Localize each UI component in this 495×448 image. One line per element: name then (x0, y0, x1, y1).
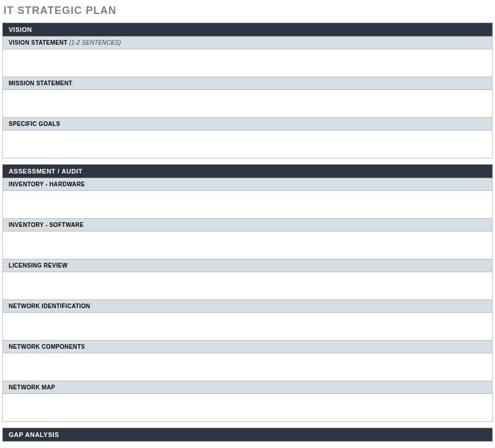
licensing-review-content[interactable] (2, 272, 493, 300)
spacer (2, 158, 493, 164)
section-header-assessment: ASSESSMENT / AUDIT (2, 164, 493, 178)
inventory-software-content[interactable] (2, 232, 493, 259)
inventory-software-label: INVENTORY - SOFTWARE (9, 222, 84, 228)
page-title: IT STRATEGIC PLAN (2, 2, 493, 23)
network-map-label: NETWORK MAP (9, 384, 55, 391)
network-components-content[interactable] (2, 353, 493, 381)
specific-goals-content[interactable] (2, 131, 493, 158)
subsection-vision-statement: VISION STATEMENT (1-2 SENTENCES) (2, 37, 493, 49)
subsection-inventory-hardware: INVENTORY - HARDWARE (2, 178, 493, 191)
subsection-specific-goals: SPECIFIC GOALS (2, 118, 493, 131)
vision-statement-hint: (1-2 SENTENCES) (69, 39, 121, 46)
subsection-licensing-review: LICENSING REVIEW (2, 259, 493, 272)
network-identification-label: NETWORK IDENTIFICATION (9, 303, 90, 309)
subsection-network-components: NETWORK COMPONENTS (2, 341, 493, 353)
licensing-review-label: LICENSING REVIEW (9, 262, 67, 269)
subsection-inventory-software: INVENTORY - SOFTWARE (2, 219, 493, 232)
spacer (2, 422, 493, 428)
inventory-hardware-content[interactable] (2, 191, 493, 219)
section-header-gap-analysis: GAP ANALYSIS (2, 428, 493, 442)
subsection-network-identification: NETWORK IDENTIFICATION (2, 300, 493, 313)
network-identification-content[interactable] (2, 313, 493, 341)
inventory-hardware-label: INVENTORY - HARDWARE (9, 181, 85, 187)
subsection-mission-statement: MISSION STATEMENT (2, 77, 493, 90)
vision-statement-content[interactable] (2, 49, 493, 77)
section-header-vision: VISION (2, 23, 493, 37)
mission-statement-content[interactable] (2, 90, 493, 118)
subsection-network-map: NETWORK MAP (2, 381, 493, 394)
vision-statement-label: VISION STATEMENT (9, 39, 67, 46)
specific-goals-label: SPECIFIC GOALS (9, 121, 60, 127)
network-components-label: NETWORK COMPONENTS (9, 344, 85, 350)
network-map-content[interactable] (2, 394, 493, 422)
mission-statement-label: MISSION STATEMENT (9, 80, 73, 86)
